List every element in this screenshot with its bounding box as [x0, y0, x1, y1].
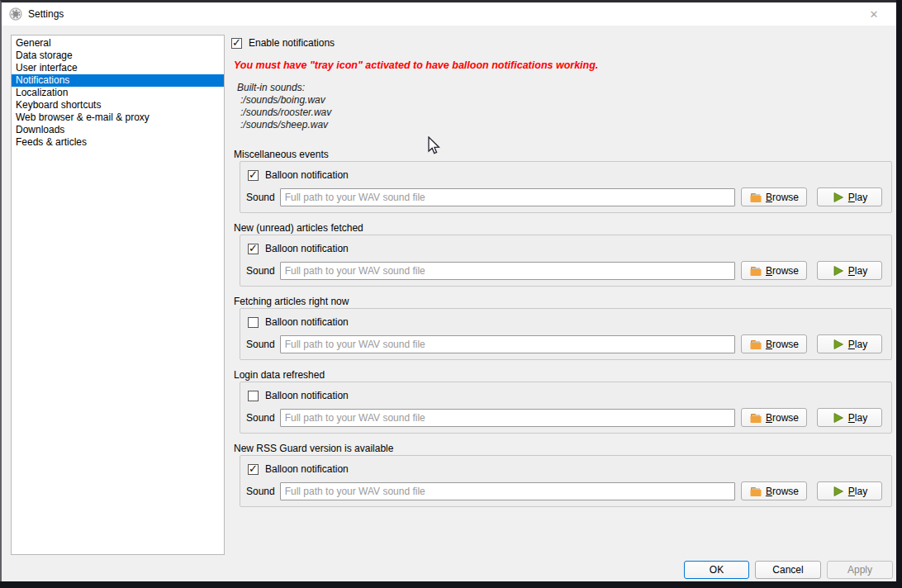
sidebar-item-general[interactable]: General	[12, 37, 224, 50]
play-button[interactable]: Play	[817, 261, 882, 280]
sidebar-item-keyboard-shortcuts[interactable]: Keyboard shortcuts	[12, 99, 224, 111]
sound-path-input[interactable]	[280, 482, 735, 500]
balloon-notification-checkbox[interactable]	[248, 170, 259, 181]
folder-icon	[749, 264, 762, 277]
folder-icon	[749, 191, 762, 204]
section-title: Miscellaneous events	[234, 149, 329, 160]
play-icon	[832, 411, 845, 424]
folder-icon	[749, 338, 762, 351]
balloon-notification-label: Balloon notification	[265, 243, 349, 254]
balloon-notification-checkbox[interactable]	[248, 244, 259, 254]
section-title: Login data refreshed	[234, 369, 325, 381]
balloon-notification-label: Balloon notification	[265, 316, 349, 328]
enable-notifications-checkbox[interactable]	[231, 38, 242, 49]
balloon-row: Balloon notification	[248, 243, 349, 254]
sidebar-item-web-browser-email-proxy[interactable]: Web browser & e-mail & proxy	[12, 111, 224, 124]
section-title: New (unread) articles fetched	[234, 222, 363, 234]
play-icon	[832, 338, 845, 351]
ok-button[interactable]: OK	[684, 561, 749, 579]
balloon-row: Balloon notification	[248, 390, 349, 401]
sidebar-item-localization[interactable]: Localization	[12, 87, 224, 99]
balloon-notification-checkbox[interactable]	[248, 464, 259, 475]
section-groupbox: Balloon notification Sound Browse	[240, 308, 892, 360]
title-bar: Settings ✕	[2, 2, 896, 26]
balloon-row: Balloon notification	[248, 316, 349, 328]
section-groupbox: Balloon notification Sound Browse	[240, 382, 892, 434]
section-groupbox: Balloon notification Sound Browse	[240, 161, 892, 213]
sound-path-input[interactable]	[280, 262, 735, 280]
builtin-sounds-title: Built-in sounds:	[237, 82, 584, 94]
browse-button[interactable]: Browse	[741, 187, 807, 206]
builtin-sound-path: :/sounds/rooster.wav	[237, 107, 584, 119]
browse-label: Browse	[766, 339, 799, 350]
balloon-row: Balloon notification	[248, 463, 349, 475]
enable-notifications-row: Enable notifications	[231, 37, 335, 49]
balloon-notification-label: Balloon notification	[265, 463, 349, 475]
builtin-sound-path: :/sounds/boing.wav	[237, 94, 584, 107]
sound-path-input[interactable]	[280, 188, 735, 206]
sidebar-item-data-storage[interactable]: Data storage	[12, 50, 224, 62]
sound-row: Sound Browse Play	[246, 261, 882, 280]
sidebar-item-feeds-articles[interactable]: Feeds & articles	[12, 136, 224, 149]
browse-button[interactable]: Browse	[741, 261, 807, 280]
sound-row: Sound Browse Play	[246, 334, 882, 353]
balloon-notification-label: Balloon notification	[265, 390, 349, 401]
sound-label: Sound	[246, 265, 276, 277]
section-title: Fetching articles right now	[234, 296, 349, 307]
play-label: Play	[848, 412, 867, 424]
builtin-sounds-block: Built-in sounds: :/sounds/boing.wav :/so…	[237, 82, 584, 131]
play-button[interactable]: Play	[817, 408, 882, 427]
sound-path-input[interactable]	[280, 409, 735, 427]
sound-row: Sound Browse Play	[246, 187, 882, 206]
sidebar-item-downloads[interactable]: Downloads	[12, 124, 224, 136]
play-icon	[832, 191, 845, 204]
tray-icon-warning-text: You must have "tray icon" activated to h…	[234, 59, 828, 71]
browse-button[interactable]: Browse	[741, 481, 807, 500]
builtin-sound-path: :/sounds/sheep.wav	[237, 119, 584, 131]
section-title: New RSS Guard version is available	[234, 443, 393, 454]
sidebar-item-notifications[interactable]: Notifications	[12, 74, 224, 87]
sound-label: Sound	[246, 192, 276, 203]
play-icon	[832, 485, 845, 498]
section-fetching-articles-now: Fetching articles right now Balloon noti…	[231, 296, 894, 368]
close-button[interactable]: ✕	[857, 2, 891, 26]
play-icon	[832, 264, 845, 277]
sound-row: Sound Browse Play	[246, 408, 882, 427]
browse-label: Browse	[766, 265, 799, 277]
browse-label: Browse	[766, 192, 799, 203]
folder-icon	[749, 485, 762, 498]
play-button[interactable]: Play	[817, 187, 882, 206]
play-label: Play	[848, 486, 867, 497]
folder-icon	[749, 411, 762, 424]
settings-dialog: Settings ✕ General Data storage User int…	[0, 0, 896, 581]
section-new-articles-fetched: New (unread) articles fetched Balloon no…	[231, 222, 894, 295]
browse-label: Browse	[766, 412, 799, 424]
browse-button[interactable]: Browse	[741, 408, 807, 427]
sidebar-item-user-interface[interactable]: User interface	[12, 62, 224, 74]
balloon-notification-checkbox[interactable]	[248, 391, 259, 401]
window-title: Settings	[28, 8, 64, 20]
enable-notifications-label: Enable notifications	[249, 37, 335, 49]
play-button[interactable]: Play	[817, 481, 882, 500]
play-label: Play	[848, 265, 867, 277]
settings-category-list: General Data storage User interface Noti…	[11, 35, 225, 555]
section-groupbox: Balloon notification Sound Browse	[240, 235, 892, 287]
balloon-notification-checkbox[interactable]	[248, 317, 259, 328]
sound-path-input[interactable]	[280, 335, 735, 353]
browse-button[interactable]: Browse	[741, 334, 807, 353]
sound-label: Sound	[246, 412, 276, 424]
sound-label: Sound	[246, 339, 276, 350]
play-label: Play	[848, 192, 867, 203]
section-new-version-available: New RSS Guard version is available Ballo…	[231, 443, 894, 515]
balloon-notification-label: Balloon notification	[265, 169, 349, 181]
browse-label: Browse	[766, 486, 799, 497]
dialog-body: General Data storage User interface Noti…	[2, 26, 896, 581]
cancel-button[interactable]: Cancel	[755, 561, 821, 579]
settings-gear-icon	[9, 7, 22, 21]
section-login-data-refreshed: Login data refreshed Balloon notificatio…	[231, 369, 894, 442]
section-groupbox: Balloon notification Sound Browse	[240, 455, 892, 507]
apply-button[interactable]: Apply	[827, 561, 893, 579]
sound-row: Sound Browse Play	[246, 481, 882, 500]
play-button[interactable]: Play	[817, 334, 882, 353]
balloon-row: Balloon notification	[248, 169, 349, 181]
